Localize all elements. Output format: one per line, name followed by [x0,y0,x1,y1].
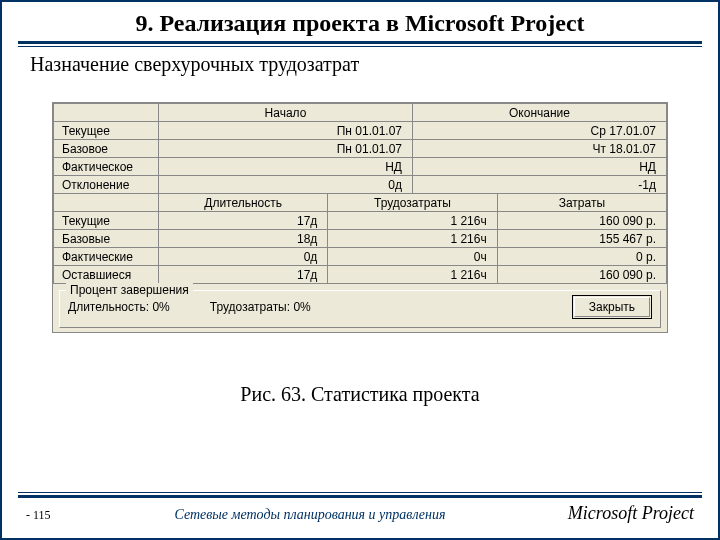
percent-work: Трудозатраты: 0% [210,300,311,314]
table-row: Базовое Пн 01.01.07 Чт 18.01.07 [54,140,667,158]
figure-caption: Рис. 63. Статистика проекта [2,383,718,406]
table-row: Текущие 17д 1 216ч 160 090 р. [54,212,667,230]
col-cost: Затраты [497,194,666,212]
slide-subtitle: Назначение сверхурочных трудозатрат [2,47,718,76]
table-row: Отклонение 0д -1д [54,176,667,194]
table-row: Фактическое НД НД [54,158,667,176]
col-duration: Длительность [159,194,328,212]
col-end: Окончание [413,104,667,122]
table-row: Оставшиеся 17д 1 216ч 160 090 р. [54,266,667,284]
percent-legend: Процент завершения [66,283,193,297]
col-work: Трудозатраты [328,194,497,212]
close-button[interactable]: Закрыть [574,297,650,317]
table-row: Базовые 18д 1 216ч 155 467 р. [54,230,667,248]
slide-title: 9. Реализация проекта в Microsoft Projec… [2,2,718,41]
dates-table: Начало Окончание Текущее Пн 01.01.07 Ср … [53,103,667,194]
col-start: Начало [159,104,413,122]
values-table: Длительность Трудозатраты Затраты Текущи… [53,193,667,284]
table-row: Фактические 0д 0ч 0 р. [54,248,667,266]
table-row: Текущее Пн 01.01.07 Ср 17.01.07 [54,122,667,140]
percent-duration: Длительность: 0% [68,300,170,314]
statistics-panel: Начало Окончание Текущее Пн 01.01.07 Ср … [52,102,668,333]
page-number: - 115 [26,508,106,523]
footer-center: Сетевые методы планирования и управления [106,507,514,523]
footer-right: Microsoft Project [514,503,694,524]
percent-complete-group: Процент завершения Длительность: 0% Труд… [59,290,661,328]
